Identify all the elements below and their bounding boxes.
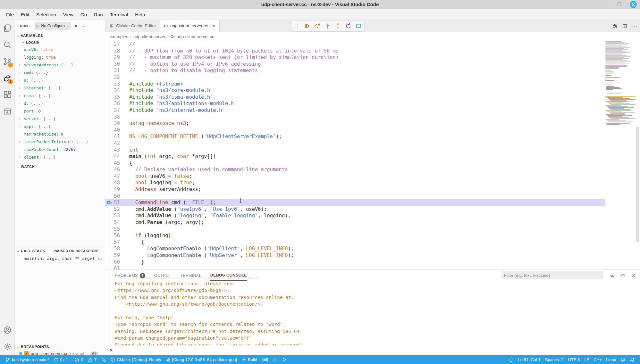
status-branch[interactable]: buildsystem-cmake* (3, 357, 51, 362)
code-line-28[interactable]: 28// - UDP flow from n0 to n1 of 1024 by… (105, 48, 605, 54)
status-spaces-2[interactable]: Spaces: 2 (543, 357, 566, 362)
tab-udp-client-server-cc[interactable]: C+udp-client-server.cc✕ (160, 20, 220, 32)
chevron-right-icon[interactable]: › (19, 79, 24, 82)
code-line-56[interactable]: 56 if (logging) (105, 232, 605, 239)
restart-icon[interactable] (345, 22, 352, 29)
breadcrumb-item[interactable]: udp-client-server (133, 34, 166, 39)
variable-row-csma[interactable]: ›csma:{...} (15, 92, 105, 99)
stack-frame[interactable]: main(int argc, char ** argv)u. (15, 255, 105, 262)
chevron-right-icon[interactable]: › (19, 140, 24, 144)
test-panel-activity-item[interactable] (0, 103, 15, 120)
status-linux[interactable]: Linux (604, 357, 618, 362)
breadcrumb-item[interactable]: udp-client-server.cc (177, 34, 214, 39)
tab-cmake-cache-editor[interactable]: CMake Cache Editor (105, 20, 160, 32)
search-activity-item[interactable] (0, 37, 15, 53)
variable-row-n[interactable]: ›n:{...} (15, 76, 105, 84)
variable-row-cmd[interactable]: ›cmd:{...} (15, 69, 105, 76)
run-debug-activity-item[interactable]: 1 (0, 70, 15, 87)
chevron-right-icon[interactable]: › (19, 86, 24, 90)
maximize-icon[interactable]: ❐ (617, 2, 621, 7)
code-line-34[interactable]: 34#include "ns3/core-module.h" (105, 87, 605, 94)
close-panel-icon[interactable] (631, 273, 636, 278)
variable-row-client[interactable]: ›client:{...} (15, 153, 105, 161)
maximize-panel-icon[interactable] (620, 273, 626, 278)
code-line-35[interactable]: 35#include "ns3/csma-module.h" (105, 94, 605, 101)
debug-console-output[interactable]: Type "show configuration" for configurat… (115, 277, 634, 345)
status-device[interactable] (506, 357, 516, 362)
editor-scrollbar[interactable] (636, 41, 640, 269)
variable-row-useV6[interactable]: useV6:false (15, 46, 105, 53)
code-line-29[interactable]: 29// - maximum of 320 packets sent (or l… (105, 54, 605, 61)
variable-row-server[interactable]: ›server:{...} (15, 115, 105, 122)
run-file-icon[interactable] (612, 23, 618, 29)
code-line-40[interactable]: 40 (105, 127, 605, 134)
call-stack-header[interactable]: ⌄ CALL STACK PAUSED ON BREAKPOINT (15, 247, 105, 254)
code-line-49[interactable]: 49 Address serverAddress; (105, 186, 605, 193)
code-line-53[interactable]: 53 cmd.AddValue ("logging", "Enable logg… (105, 212, 605, 219)
minimap[interactable] (605, 41, 636, 269)
menu-selection[interactable]: Selection (33, 11, 59, 19)
scope-locals[interactable]: ⌄ Locals (15, 39, 105, 46)
close-icon[interactable]: ✕ (630, 1, 637, 8)
status-utf-8[interactable]: UTF-8 (566, 357, 582, 362)
chevron-right-icon[interactable]: › (19, 125, 24, 128)
variable-row-apps[interactable]: ›apps:{...} (15, 122, 105, 130)
status-tools[interactable]: [Clang 12.0.0 x86_64-pc-linux-gnu] (164, 357, 239, 362)
files-activity-item[interactable] (0, 20, 15, 37)
split-editor-icon[interactable] (622, 23, 627, 29)
console-prompt[interactable]: > (110, 347, 113, 353)
status-feedback[interactable] (618, 357, 627, 362)
gear-icon[interactable] (73, 23, 79, 29)
menu-terminal[interactable]: Terminal (107, 11, 131, 19)
breakpoint-checkbox[interactable]: ✓ (24, 351, 29, 355)
account-activity-item[interactable] (0, 322, 15, 338)
code-line-45[interactable]: 45{ (105, 160, 605, 167)
grip-icon[interactable] (293, 22, 300, 29)
code-line-59[interactable]: 59 LogComponentEnable ("UdpServer", LOG_… (105, 252, 605, 259)
variable-row-d[interactable]: ›d:{...} (15, 99, 105, 107)
variable-row-port[interactable]: port:0 (15, 107, 105, 115)
code-line-31[interactable]: 31// - option to disable logging stateme… (105, 67, 605, 74)
chevron-right-icon[interactable]: › (19, 155, 24, 159)
launch-config-dropdown[interactable]: ▷ No Configura ⌄ (35, 22, 71, 30)
chevron-right-icon[interactable]: › (19, 117, 24, 120)
status-debug-status[interactable] (99, 357, 108, 362)
code-line-30[interactable]: 30// - option to use IPv4 or IPv6 addres… (105, 61, 605, 68)
code-line-46[interactable]: 46 // Declare variables used in command-… (105, 166, 605, 173)
code-line-44[interactable]: 44main (int argc, char *argv[]) (105, 153, 605, 160)
chevron-right-icon[interactable]: › (19, 102, 24, 105)
status-ln-51-col-1[interactable]: Ln 51, Col 1 (516, 357, 543, 362)
status-play[interactable] (280, 357, 289, 362)
variable-row-interPacketInterval[interactable]: ›interPacketInterval:{...} (15, 138, 105, 145)
variable-row-maxPacketCount[interactable]: maxPacketCount:32767 (15, 145, 105, 153)
code-editor[interactable]: 27//28// - UDP flow from n0 to n1 of 102… (105, 41, 605, 269)
menu-run[interactable]: Run (91, 11, 106, 19)
code-line-47[interactable]: 47 bool useV6 = false; (105, 173, 605, 180)
code-line-60[interactable]: 60 } (105, 259, 605, 266)
code-line-51[interactable]: 51 CommandLine cmd (__FILE__); (105, 199, 605, 206)
more-actions-icon[interactable]: ··· (81, 23, 86, 29)
settings-gear-activity-item[interactable] (0, 338, 15, 355)
breakpoints-header[interactable]: ⌄ BREAKPOINTS (15, 343, 105, 350)
step-into-icon[interactable] (324, 22, 331, 29)
variables-header[interactable]: ⌄ VARIABLES (15, 32, 105, 39)
code-line-43[interactable]: 43int (105, 147, 605, 153)
chevron-right-icon[interactable]: › (19, 63, 24, 67)
menu-view[interactable]: View (60, 11, 76, 19)
status-sync[interactable]: 0↓ 1↑ (51, 357, 72, 362)
variable-row-logging[interactable]: logging:true (15, 53, 105, 61)
code-line-32[interactable]: 32 (105, 74, 605, 81)
code-line-50[interactable]: 50 (105, 193, 605, 200)
menu-help[interactable]: Help (132, 11, 148, 19)
close-tab-icon[interactable]: ✕ (212, 23, 215, 28)
menu-file[interactable]: File (3, 11, 17, 19)
source-control-activity-item[interactable]: 6 (0, 53, 15, 70)
status-bell[interactable] (627, 357, 637, 362)
code-line-48[interactable]: 48 bool logging = true; (105, 179, 605, 186)
scrollbar-thumb[interactable] (636, 127, 639, 242)
code-line-37[interactable]: 37#include "ns3/internet-module.h" (105, 107, 605, 114)
status-bug[interactable] (270, 357, 280, 362)
stop-icon[interactable] (355, 22, 362, 29)
code-line-54[interactable]: 54 cmd.Parse (argc, argv); (105, 219, 605, 226)
status-error[interactable]: 0 (72, 357, 85, 362)
